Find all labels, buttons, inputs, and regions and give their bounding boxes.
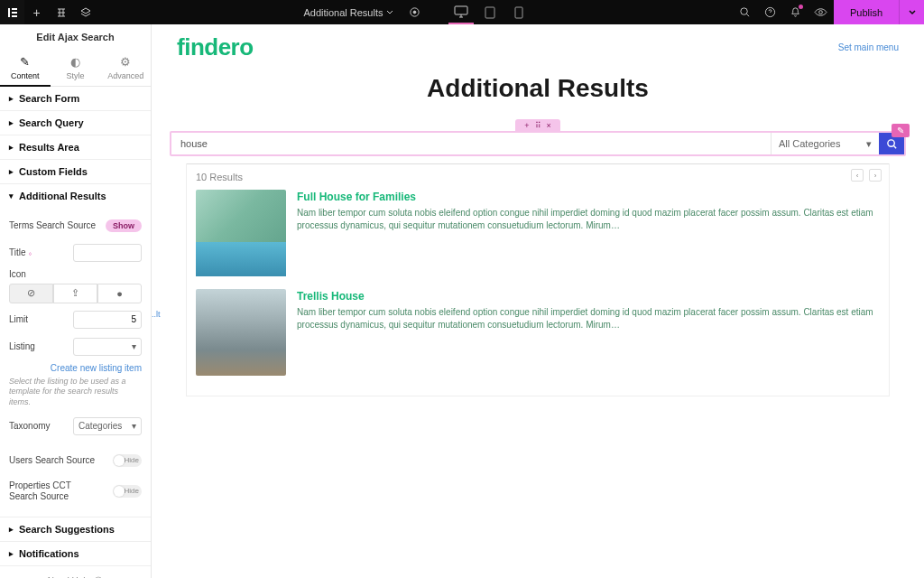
listing-select[interactable]: ▾ [73, 338, 142, 356]
props-source-label: Properties CCT Search Source [9, 480, 90, 501]
add-element-icon[interactable]: + [24, 0, 49, 24]
document-selector[interactable]: Additional Results [298, 7, 399, 18]
next-page-button[interactable]: › [869, 169, 882, 182]
icon-upload[interactable]: ⇪ [53, 284, 97, 303]
preview-header: findero Set main menu [152, 24, 924, 61]
caret-right-icon: ▸ [9, 525, 14, 534]
tab-advanced[interactable]: ⚙ Advanced [100, 50, 151, 86]
search-widget: ✎ All Categories ▾ 10 Results ‹ › [170, 131, 906, 396]
search-input[interactable] [171, 133, 771, 154]
limit-label: Limit [9, 314, 28, 325]
section-search-form[interactable]: ▸Search Form [0, 87, 151, 110]
layers-icon[interactable] [73, 0, 97, 24]
topbar-right: Publish [733, 0, 924, 24]
svg-rect-8 [515, 7, 522, 18]
device-desktop-icon[interactable] [448, 0, 474, 24]
limit-input[interactable] [73, 311, 142, 329]
caret-right-icon: ▸ [9, 94, 14, 103]
section-search-query[interactable]: ▸Search Query [0, 111, 151, 135]
result-item: Trellis House Nam liber tempor cum solut… [196, 289, 880, 376]
svg-point-11 [819, 11, 823, 14]
svg-rect-2 [12, 12, 17, 14]
result-title[interactable]: Trellis House [297, 289, 880, 303]
drag-icon[interactable]: ⠿ [535, 121, 541, 130]
document-label: Additional Results [303, 7, 383, 18]
tab-style[interactable]: ◐ Style [51, 50, 101, 86]
searchbar: All Categories ▾ [170, 131, 906, 156]
settings-icon[interactable] [402, 0, 427, 24]
elementor-logo-icon[interactable] [0, 0, 24, 24]
sidebar-tabs: ✎ Content ◐ Style ⚙ Advanced [0, 50, 151, 87]
svg-point-9 [741, 8, 747, 14]
svg-rect-1 [12, 8, 17, 10]
section-custom-fields[interactable]: ▸Custom Fields [0, 160, 151, 183]
svg-rect-7 [485, 7, 494, 18]
chevron-down-icon: ▾ [866, 138, 872, 150]
terms-source-toggle[interactable]: Show [106, 219, 142, 232]
preview-icon[interactable] [808, 0, 834, 24]
category-select[interactable]: All Categories ▾ [771, 133, 879, 154]
topbar-center: Additional Results [97, 0, 733, 24]
caret-right-icon: ▸ [9, 167, 14, 176]
edit-widget-button[interactable]: ✎ [892, 124, 910, 137]
publish-button[interactable]: Publish [834, 0, 899, 24]
title-label: Title ⬨ [9, 247, 32, 258]
icon-library[interactable]: ● [97, 284, 142, 303]
search-icon[interactable] [733, 0, 758, 24]
publish-options-button[interactable] [899, 0, 924, 24]
caret-right-icon: ▸ [9, 143, 14, 152]
result-item: Full House for Families Nam liber tempor… [196, 190, 880, 276]
additional-results-body: Terms Search Source Show Title ⬨ Icon ⊘ … [0, 208, 151, 517]
taxonomy-select[interactable]: Categories▾ [73, 417, 142, 435]
users-source-label: Users Search Source [9, 455, 95, 466]
pencil-icon: ✎ [20, 55, 30, 69]
add-icon[interactable]: + [524, 121, 529, 130]
caret-right-icon: ▸ [9, 118, 14, 127]
create-listing-link[interactable]: Create new listing item [9, 363, 142, 373]
section-results-area[interactable]: ▸Results Area [0, 135, 151, 159]
dynamic-icon: ⬨ [28, 249, 32, 257]
listing-label: Listing [9, 341, 35, 352]
widget-edit-pill: + ⠿ × [515, 119, 560, 132]
result-title[interactable]: Full House for Families [297, 190, 880, 204]
title-input[interactable] [73, 244, 142, 262]
svg-point-12 [887, 139, 893, 145]
topbar: + Additional Results [0, 0, 924, 24]
chevron-down-icon: ▾ [132, 421, 136, 431]
props-source-toggle[interactable]: Hide [113, 485, 142, 498]
users-source-toggle[interactable]: Hide [113, 454, 142, 467]
topbar-left: + [0, 0, 97, 24]
sidebar-title: Edit Ajax Search [0, 24, 151, 50]
tab-content[interactable]: ✎ Content [0, 50, 51, 87]
notification-dot [799, 5, 803, 9]
icon-label: Icon [9, 269, 142, 280]
listing-hint: Select the listing to be used as a templ… [9, 377, 142, 408]
collapse-handle[interactable]: ..lt [152, 310, 161, 319]
result-thumbnail [196, 289, 286, 376]
results-nav: ‹ › [851, 169, 882, 182]
results-count: 10 Results [196, 172, 880, 182]
close-icon[interactable]: × [547, 121, 551, 130]
structure-icon[interactable] [49, 0, 73, 24]
help-icon[interactable] [758, 0, 783, 24]
svg-rect-3 [12, 15, 17, 17]
result-excerpt: Nam liber tempor cum soluta nobis eleife… [297, 207, 880, 231]
set-menu-link[interactable]: Set main menu [838, 42, 899, 52]
need-help-link[interactable]: Need Help ⓘ [0, 566, 151, 578]
magnifier-icon [886, 138, 898, 150]
style-icon: ◐ [70, 55, 80, 69]
sidebar: Edit Ajax Search ✎ Content ◐ Style ⚙ Adv… [0, 24, 152, 578]
caret-down-icon: ▾ [9, 191, 14, 200]
prev-page-button[interactable]: ‹ [851, 169, 864, 182]
page-title: Additional Results [152, 74, 924, 103]
device-tablet-icon[interactable] [477, 0, 503, 24]
section-notifications[interactable]: ▸Notifications [0, 542, 151, 565]
device-mobile-icon[interactable] [506, 0, 531, 24]
result-thumbnail [196, 190, 286, 276]
result-excerpt: Nam liber tempor cum soluta nobis eleife… [297, 306, 880, 331]
icon-none[interactable]: ⊘ [9, 284, 53, 303]
section-search-suggestions[interactable]: ▸Search Suggestions [0, 517, 151, 541]
icon-selector: ⊘ ⇪ ● [9, 284, 142, 303]
section-additional-results[interactable]: ▾Additional Results [0, 184, 151, 208]
notifications-icon[interactable] [783, 0, 808, 24]
